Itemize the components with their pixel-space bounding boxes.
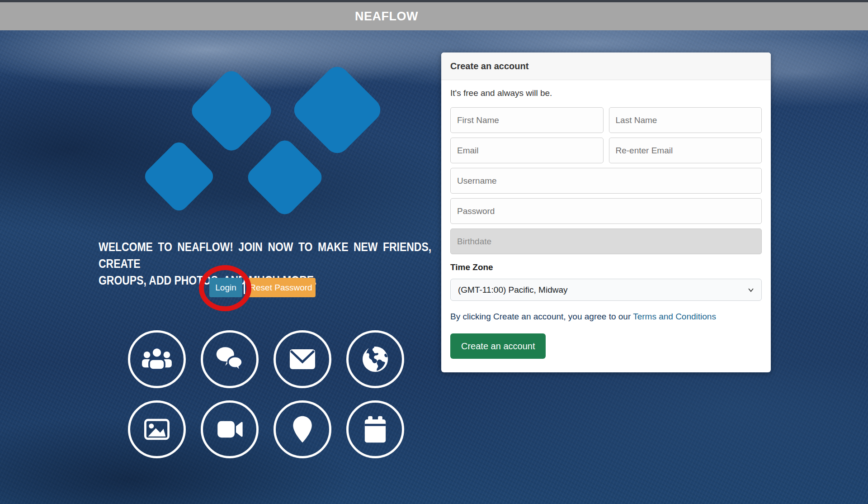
logo-diamond bbox=[244, 136, 326, 218]
login-button[interactable]: Login bbox=[209, 278, 242, 297]
terms-text: By clicking Create an account, you agree… bbox=[450, 312, 762, 322]
video-icon bbox=[212, 412, 247, 447]
chat-icon bbox=[212, 342, 247, 377]
logo-diamond bbox=[187, 67, 275, 155]
button-divider bbox=[244, 281, 245, 294]
email-field[interactable] bbox=[450, 138, 604, 163]
reenter-email-field[interactable] bbox=[609, 138, 762, 163]
feature-circle-globe bbox=[346, 330, 404, 388]
welcome-line-1: WELCOME TO NEAFLOW! JOIN NOW TO MAKE NEW… bbox=[99, 239, 431, 272]
timezone-label: Time Zone bbox=[450, 262, 762, 272]
create-account-button[interactable]: Create an account bbox=[450, 333, 546, 359]
birthdate-field[interactable] bbox=[450, 228, 762, 254]
site-title: NEAFLOW bbox=[0, 2, 773, 30]
timezone-select[interactable]: (GMT-11:00) Pacific, Midway bbox=[450, 279, 762, 301]
feature-circle-chat bbox=[201, 330, 259, 388]
logo-diamond bbox=[142, 139, 217, 214]
feature-circle-location bbox=[274, 400, 331, 458]
logo-diamond bbox=[289, 62, 385, 158]
feature-circle-calendar bbox=[346, 400, 404, 458]
landing-page: NEAFLOW WELCOME TO NEAFLOW! JOIN NOW TO … bbox=[0, 0, 868, 504]
users-icon bbox=[139, 342, 175, 377]
terms-prefix: By clicking Create an account, you agree… bbox=[450, 312, 633, 321]
header-bar: NEAFLOW bbox=[0, 2, 868, 30]
neaflow-logo bbox=[127, 63, 398, 222]
feature-circle-video bbox=[201, 400, 259, 458]
photo-icon bbox=[139, 412, 175, 447]
feature-circle-users bbox=[128, 330, 186, 388]
username-field[interactable] bbox=[450, 168, 762, 194]
feature-circle-mail bbox=[274, 330, 331, 388]
mail-icon bbox=[285, 342, 320, 377]
signup-card-title: Create an account bbox=[441, 52, 771, 80]
terms-link[interactable]: Terms and Conditions bbox=[633, 312, 716, 321]
password-field[interactable] bbox=[450, 198, 762, 224]
feature-circle-photo bbox=[128, 400, 186, 458]
reset-password-button[interactable]: Reset Password bbox=[246, 278, 316, 297]
signup-subtitle: It's free and always will be. bbox=[450, 88, 762, 98]
calendar-icon bbox=[358, 412, 393, 447]
signup-card: Create an account It's free and always w… bbox=[441, 52, 771, 372]
location-icon bbox=[285, 412, 320, 447]
last-name-field[interactable] bbox=[609, 107, 762, 133]
first-name-field[interactable] bbox=[450, 107, 604, 133]
globe-icon bbox=[358, 342, 393, 377]
